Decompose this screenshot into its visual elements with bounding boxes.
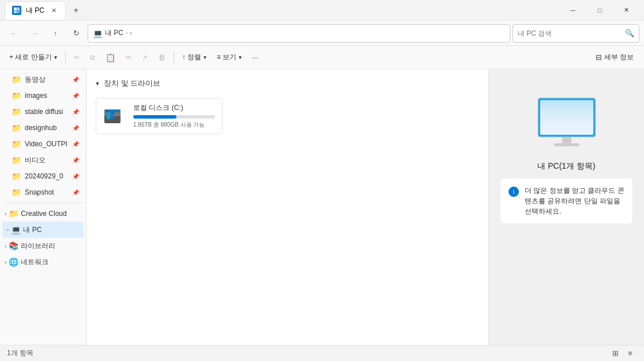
pin-icon: 📌 (72, 77, 79, 83)
breadcrumb-item-pc[interactable]: 내 PC (105, 28, 123, 38)
new-button[interactable]: + 새로 만들기 ▾ (5, 49, 62, 66)
sidebar-item-bidio[interactable]: 📁 비디오 📌 (2, 152, 84, 168)
toolbar: + 새로 만들기 ▾ ✂ ⧉ 📋 ✏ ↗ 🗑 ↑ 정렬 ▾ ≡ 보기 ▾ ···… (0, 46, 644, 69)
more-button[interactable]: ··· (247, 49, 262, 66)
sidebar-group-my-pc[interactable]: › 💻 내 PC (2, 222, 84, 238)
svg-rect-4 (17, 11, 20, 14)
pin-icon: 📌 (72, 93, 79, 99)
sidebar-group-creative-cloud[interactable]: › 📁 Creative Cloud (0, 206, 86, 222)
sidebar-item-video[interactable]: 📁 동영상 📌 (2, 71, 84, 88)
sort-button[interactable]: ↑ 정렬 ▾ (178, 49, 211, 66)
drive-bar-bg (133, 115, 215, 119)
nav-bar: ← → ↑ ↻ 💻 내 PC › › 🔍 (0, 21, 644, 46)
minimize-button[interactable]: ─ (560, 0, 586, 21)
close-button[interactable]: ✕ (613, 0, 639, 21)
sidebar-group-network[interactable]: › 🌐 네트워크 (0, 254, 86, 270)
svg-rect-14 (562, 137, 571, 144)
new-tab-button[interactable]: + (68, 2, 84, 18)
search-bar[interactable]: 🔍 (513, 24, 639, 43)
refresh-button[interactable]: ↻ (67, 24, 85, 43)
more-icon: ··· (252, 54, 258, 62)
sort-dropdown-icon: ▾ (204, 54, 206, 60)
rename-button[interactable]: ✏ (121, 49, 136, 66)
view-button[interactable]: ≡ 보기 ▾ (212, 49, 246, 66)
copy-button[interactable]: ⧉ (85, 49, 100, 66)
tab[interactable]: 내 PC ✕ (5, 1, 66, 20)
maximize-button[interactable]: □ (586, 0, 613, 21)
folder-icon: 📁 (12, 123, 21, 132)
rename-icon: ✏ (126, 54, 131, 62)
info-text: 더 많은 정보를 얻고 클라우드 콘텐츠를 공유하려면 단일 파일을 선택하세요… (525, 185, 624, 216)
svg-rect-2 (17, 7, 20, 10)
grid-view-button[interactable]: ⊞ (608, 347, 622, 360)
drive-name: 로컬 디스크 (C:) (133, 103, 215, 113)
drive-bar-fill (133, 115, 176, 119)
forward-button[interactable]: → (25, 24, 44, 43)
paste-button[interactable]: 📋 (101, 49, 120, 66)
detail-label: 세부 정보 (604, 52, 634, 62)
search-input[interactable] (518, 29, 622, 37)
sidebar-group-label: 내 PC (23, 225, 42, 235)
copy-icon: ⧉ (90, 54, 95, 62)
sidebar-item-video-outpi[interactable]: 📁 Video_OUTPI 📌 (2, 136, 84, 152)
sidebar-group-label: 네트워크 (21, 257, 48, 267)
tab-icon (12, 6, 21, 15)
breadcrumb[interactable]: 💻 내 PC › › (88, 24, 510, 43)
view-label: ≡ 보기 (217, 52, 236, 62)
drive-space: 1.86TB 중 880GB 사용 가능 (133, 121, 215, 129)
pin-icon: 📌 (72, 189, 79, 196)
pin-icon: 📌 (72, 125, 79, 131)
sidebar-item-designhub[interactable]: 📁 designhub 📌 (2, 120, 84, 136)
breadcrumb-sep: › (126, 30, 127, 36)
network-icon: 🌐 (9, 257, 18, 267)
tab-close-button[interactable]: ✕ (49, 6, 58, 15)
sidebar-item-stable-diffusi[interactable]: 📁 stable diffusi 📌 (2, 104, 84, 120)
new-dropdown-icon: ▾ (54, 54, 57, 60)
view-dropdown-icon: ▾ (239, 54, 242, 60)
breadcrumb-dropdown-icon[interactable]: › (130, 30, 131, 36)
delete-button[interactable]: 🗑 (153, 49, 170, 66)
drive-info: 로컬 디스크 (C:) 1.86TB 중 880GB 사용 가능 (133, 103, 215, 129)
info-panel: 내 PC(1개 항목) i 더 많은 정보를 얻고 클라우드 콘텐츠를 공유하려… (488, 69, 644, 345)
cut-icon: ✂ (74, 54, 80, 62)
item-count: 1개 항목 (7, 348, 33, 358)
up-icon: ↑ (54, 29, 58, 37)
pin-icon: 📌 (72, 141, 79, 147)
sidebar-item-snapshot[interactable]: 📁 Snapshot 📌 (2, 184, 84, 200)
pin-icon: 📌 (72, 173, 79, 180)
pc-title: 내 PC(1개 항목) (537, 161, 595, 172)
main-layout: 📁 동영상 📌 📁 images 📌 📁 stable diffusi 📌 📁 … (0, 69, 644, 345)
svg-rect-16 (540, 100, 593, 135)
pin-icon: 📌 (72, 157, 79, 164)
back-button[interactable]: ← (5, 24, 23, 43)
share-icon: ↗ (142, 54, 148, 62)
sidebar-item-20240929[interactable]: 📁 20240929_0 📌 (2, 168, 84, 184)
pc-icon: 💻 (93, 29, 103, 38)
pc-icon: 💻 (11, 225, 21, 234)
folder-icon: 📁 (12, 188, 21, 197)
section-toggle[interactable]: ▾ (96, 79, 99, 88)
drive-icon (103, 105, 126, 128)
up-button[interactable]: ↑ (46, 24, 65, 43)
view-buttons: ⊞ ≡ (608, 347, 637, 360)
folder-icon: 📁 (12, 91, 21, 100)
svg-rect-1 (14, 7, 17, 10)
forward-icon: → (31, 29, 39, 37)
sidebar: 📁 동영상 📌 📁 images 📌 📁 stable diffusi 📌 📁 … (0, 69, 86, 345)
svg-rect-8 (107, 116, 110, 119)
share-button[interactable]: ↗ (137, 49, 152, 66)
list-view-icon: ≡ (628, 349, 632, 358)
drive-card[interactable]: 로컬 디스크 (C:) 1.86TB 중 880GB 사용 가능 (96, 98, 223, 134)
list-view-button[interactable]: ≡ (623, 347, 637, 360)
cut-button[interactable]: ✂ (69, 49, 84, 66)
detail-button[interactable]: ⊟ 세부 정보 (590, 50, 639, 64)
status-bar: 1개 항목 ⊞ ≡ (0, 345, 644, 361)
sidebar-item-label: 20240929_0 (25, 172, 63, 180)
svg-rect-11 (105, 110, 120, 112)
info-icon: i (509, 187, 519, 197)
expand-arrow-icon: › (5, 259, 6, 265)
sidebar-item-label: Snapshot (25, 188, 54, 196)
sidebar-item-images[interactable]: 📁 images 📌 (2, 88, 84, 104)
folder-icon: 📁 (9, 209, 18, 218)
sidebar-group-library[interactable]: › 📚 라이브러리 (0, 238, 86, 254)
